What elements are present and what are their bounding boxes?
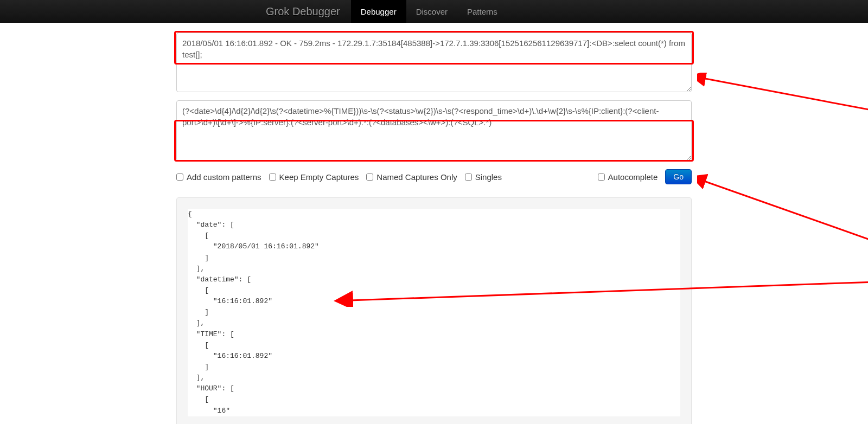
nav-patterns[interactable]: Patterns xyxy=(457,0,507,23)
keep-empty-captures-label: Keep Empty Captures xyxy=(279,172,359,182)
options-row: Add custom patterns Keep Empty Captures … xyxy=(176,169,692,184)
main-container: Add custom patterns Keep Empty Captures … xyxy=(176,23,692,424)
autocomplete-label: Autocomplete xyxy=(608,172,658,182)
named-captures-only-label: Named Captures Only xyxy=(376,172,457,182)
add-custom-patterns-label: Add custom patterns xyxy=(187,172,261,182)
named-captures-only-checkbox[interactable] xyxy=(366,174,373,181)
keep-empty-captures-option[interactable]: Keep Empty Captures xyxy=(269,172,359,182)
annotation-arrow-icon xyxy=(697,73,868,143)
result-json-output: { "date": [ [ "2018/05/01 16:16:01.892" … xyxy=(188,209,680,416)
svg-line-0 xyxy=(703,78,868,138)
autocomplete-checkbox[interactable] xyxy=(598,174,605,181)
svg-line-1 xyxy=(703,181,868,292)
nav-list: Debugger Discover Patterns xyxy=(351,0,507,23)
nav-debugger[interactable]: Debugger xyxy=(351,0,406,23)
pattern-textarea[interactable] xyxy=(176,100,692,161)
singles-checkbox[interactable] xyxy=(465,174,472,181)
keep-empty-captures-checkbox[interactable] xyxy=(269,174,276,181)
singles-option[interactable]: Singles xyxy=(465,172,502,182)
named-captures-only-option[interactable]: Named Captures Only xyxy=(366,172,457,182)
nav-discover[interactable]: Discover xyxy=(406,0,457,23)
top-navbar: Grok Debugger Debugger Discover Patterns xyxy=(0,0,868,23)
add-custom-patterns-option[interactable]: Add custom patterns xyxy=(176,172,261,182)
annotation-arrow-icon xyxy=(697,162,868,297)
brand-title: Grok Debugger xyxy=(255,0,351,23)
autocomplete-option[interactable]: Autocomplete xyxy=(598,172,658,182)
log-input-textarea[interactable] xyxy=(176,33,692,92)
singles-label: Singles xyxy=(475,172,502,182)
go-button[interactable]: Go xyxy=(665,169,692,184)
result-panel: { "date": [ [ "2018/05/01 16:16:01.892" … xyxy=(176,197,692,424)
add-custom-patterns-checkbox[interactable] xyxy=(176,174,183,181)
